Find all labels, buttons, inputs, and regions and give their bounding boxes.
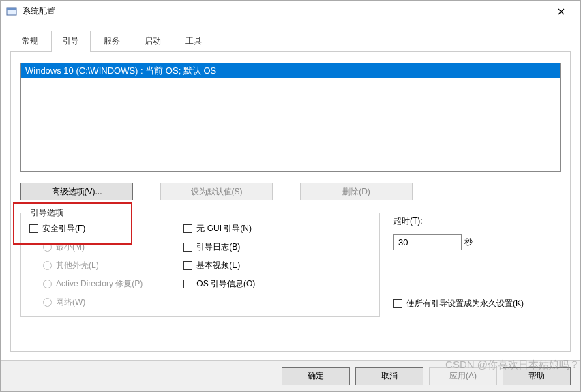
altshell-radio: 其他外壳(L) (43, 260, 143, 271)
ok-label: 确定 (308, 370, 324, 382)
permanent-checkbox[interactable]: 使所有引导设置成为永久设置(K) (393, 298, 561, 310)
radio-icon (43, 298, 52, 307)
bootlog-checkbox[interactable]: 引导日志(B) (183, 241, 255, 253)
boot-list-item[interactable]: Windows 10 (C:\WINDOWS) : 当前 OS; 默认 OS (21, 63, 560, 78)
boot-options-columns: 安全引导(F) 最小(M) 其他外壳(L) Active Directory 修… (29, 223, 371, 308)
content: 常规 引导 服务 启动 工具 Windows 10 (C:\WINDOWS) :… (1, 22, 580, 360)
network-label: 网络(W) (56, 297, 85, 308)
nogui-label: 无 GUI 引导(N) (196, 223, 252, 235)
adrepair-radio: Active Directory 修复(P) (43, 278, 143, 290)
tab-boot[interactable]: 引导 (51, 31, 91, 52)
lower-area: 引导选项 安全引导(F) 最小(M) 其他外壳(L) Active Direct… (20, 213, 561, 317)
window: 系统配置 常规 引导 服务 启动 工具 Windows 10 (C:\WINDO… (0, 0, 581, 392)
app-icon (6, 6, 17, 17)
help-button[interactable]: 帮助 (503, 367, 571, 385)
apply-label: 应用(A) (449, 370, 477, 382)
timeout-row: 秒 (393, 234, 561, 250)
checkbox-icon (183, 261, 192, 270)
window-title: 系统配置 (23, 5, 548, 17)
permanent-label: 使所有引导设置成为永久设置(K) (406, 298, 524, 310)
advanced-options-button[interactable]: 高级选项(V)... (20, 183, 133, 200)
help-label: 帮助 (528, 370, 545, 382)
radio-icon (43, 243, 52, 252)
checkbox-icon (183, 280, 192, 288)
basevideo-label: 基本视频(E) (196, 260, 240, 271)
delete-button: 删除(D) (300, 183, 413, 200)
tab-services[interactable]: 服务 (92, 31, 132, 51)
delete-label: 删除(D) (342, 186, 370, 198)
radio-icon (43, 280, 52, 288)
bootlog-label: 引导日志(B) (196, 241, 240, 253)
boot-options-legend: 引导选项 (28, 207, 66, 219)
adrepair-label: Active Directory 修复(P) (56, 278, 143, 290)
tab-startup[interactable]: 启动 (133, 31, 173, 51)
altshell-label: 其他外壳(L) (56, 260, 99, 271)
tab-tools[interactable]: 工具 (174, 31, 213, 51)
timeout-input[interactable] (393, 234, 462, 250)
tabcontent-boot: Windows 10 (C:\WINDOWS) : 当前 OS; 默认 OS 高… (10, 52, 571, 352)
basevideo-checkbox[interactable]: 基本视频(E) (183, 260, 255, 271)
svg-rect-1 (7, 8, 16, 10)
minimal-label: 最小(M) (56, 241, 85, 253)
minimal-radio: 最小(M) (43, 241, 143, 253)
boot-options-group: 引导选项 安全引导(F) 最小(M) 其他外壳(L) Active Direct… (20, 213, 380, 317)
checkbox-icon (183, 224, 192, 233)
tab-general[interactable]: 常规 (10, 31, 50, 51)
nogui-checkbox[interactable]: 无 GUI 引导(N) (183, 223, 255, 235)
timeout-suffix: 秒 (464, 237, 473, 248)
ok-button[interactable]: 确定 (282, 367, 350, 385)
apply-button: 应用(A) (429, 367, 497, 385)
safeboot-checkbox[interactable]: 安全引导(F) (29, 223, 143, 235)
timeout-label: 超时(T): (393, 215, 561, 227)
radio-icon (43, 261, 52, 270)
osbootinfo-label: OS 引导信息(O) (196, 278, 255, 290)
network-radio: 网络(W) (43, 297, 143, 308)
boot-list[interactable]: Windows 10 (C:\WINDOWS) : 当前 OS; 默认 OS (20, 63, 561, 172)
tabstrip: 常规 引导 服务 启动 工具 (10, 31, 571, 52)
dialog-footer: 确定 取消 应用(A) 帮助 (1, 360, 580, 391)
cancel-button[interactable]: 取消 (355, 367, 423, 385)
boot-options-col2: 无 GUI 引导(N) 引导日志(B) 基本视频(E) OS 引导信息(O) (183, 223, 255, 308)
set-default-button: 设为默认值(S) (160, 183, 273, 200)
safeboot-label: 安全引导(F) (42, 223, 85, 235)
osbootinfo-checkbox[interactable]: OS 引导信息(O) (183, 278, 255, 290)
advanced-options-label: 高级选项(V)... (52, 186, 102, 198)
checkbox-icon (29, 224, 38, 233)
boot-button-row: 高级选项(V)... 设为默认值(S) 删除(D) (20, 183, 561, 200)
boot-options-col1: 安全引导(F) 最小(M) 其他外壳(L) Active Directory 修… (29, 223, 143, 308)
cancel-label: 取消 (381, 370, 398, 382)
checkbox-icon (393, 299, 402, 308)
timeout-area: 超时(T): 秒 使所有引导设置成为永久设置(K) (393, 213, 561, 317)
checkbox-icon (183, 243, 192, 252)
close-icon[interactable] (548, 2, 575, 21)
titlebar: 系统配置 (1, 1, 580, 22)
set-default-label: 设为默认值(S) (191, 186, 243, 198)
